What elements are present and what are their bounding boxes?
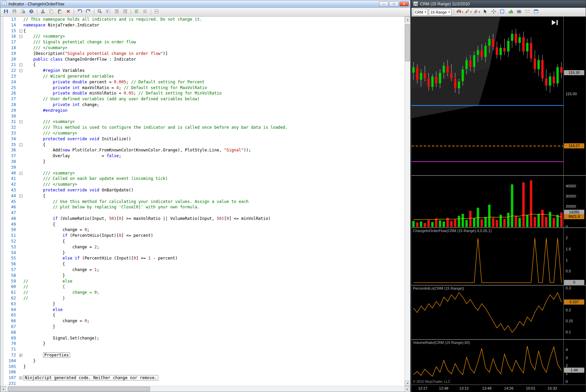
code-text[interactable]: Properties (23, 352, 404, 358)
volume-chart[interactable] (412, 176, 563, 227)
code-text[interactable]: // This namespace holds all indicators a… (23, 17, 404, 22)
code-text[interactable]: /// </summary> (23, 45, 404, 51)
print-preview-button[interactable] (19, 8, 27, 16)
close-button[interactable]: × (399, 1, 409, 6)
scroll-right-icon[interactable]: ► (405, 386, 410, 392)
code-text[interactable]: #region Variables (23, 68, 404, 74)
code-text[interactable]: change = 1; (23, 267, 404, 273)
save-button[interactable] (2, 8, 10, 16)
vr-chart[interactable] (412, 340, 563, 385)
code-text[interactable]: /// <summary> (23, 170, 404, 176)
indent-decrease-button[interactable] (113, 8, 121, 16)
code-text[interactable]: change = 0; (23, 318, 404, 324)
paste-button[interactable] (56, 8, 64, 16)
crosshair-button[interactable] (490, 8, 498, 16)
camera-button[interactable] (515, 8, 523, 16)
price-chart[interactable] (412, 17, 563, 175)
fold-toggle[interactable]: - (19, 29, 22, 33)
code-text[interactable]: // } (23, 295, 404, 301)
phl-chart[interactable] (412, 286, 563, 339)
code-text[interactable]: Add(new Plot(Color.FromKnownColor(KnownC… (23, 147, 404, 153)
code-text[interactable]: /// Called on each bar update event (inc… (23, 176, 404, 182)
vertical-scrollbar-thumb[interactable] (405, 24, 410, 61)
fold-toggle[interactable]: - (19, 194, 22, 198)
code-text[interactable]: } (23, 301, 404, 307)
fold-toggle[interactable]: - (19, 63, 22, 66)
cut-button[interactable] (39, 8, 47, 16)
code-text[interactable]: [Description("Signals potential change i… (23, 51, 404, 57)
code-text[interactable]: } (23, 341, 404, 347)
changeinorderflow-panel[interactable]: ChangeInOrderFlow(CRM (15 Range),4,0.05,… (412, 228, 586, 285)
code-text[interactable]: } (23, 273, 404, 278)
code-text[interactable]: if (PercentHiLo(Input)[0] <= percent) (23, 233, 404, 239)
copy-button[interactable] (47, 8, 55, 16)
code-text[interactable]: protected override void OnBarUpdate() (23, 187, 404, 193)
code-text[interactable]: { (23, 222, 404, 227)
horizontal-scrollbar-thumb[interactable] (8, 387, 150, 391)
chart-titlebar[interactable]: CRM (15 Range) 11/2/2010 (412, 0, 586, 8)
code-text[interactable] (23, 347, 404, 352)
volume-axis[interactable]: 4000030000200000142859921.8 (563, 176, 586, 227)
editor-vertical-scrollbar[interactable]: ▲ ▼ (404, 17, 410, 386)
price-axis[interactable]: 115.00115.30114.27 (563, 17, 586, 175)
ciof-axis[interactable]: 21.510.50 (563, 228, 586, 285)
eraser-button[interactable]: ▾ (473, 8, 481, 16)
vr-axis[interactable]: 432101.44 (563, 340, 586, 385)
price-panel[interactable]: 115.00115.30114.27 (412, 17, 586, 175)
code-text[interactable]: { (23, 193, 404, 199)
code-text[interactable]: Signal.Set(change); (23, 335, 404, 341)
code-text[interactable]: { (23, 28, 404, 34)
code-text[interactable]: /// <summary> (23, 119, 404, 125)
fold-toggle[interactable]: - (19, 172, 22, 175)
comment-button[interactable] (133, 8, 141, 16)
code-text[interactable] (23, 165, 404, 170)
code-text[interactable]: private double minVolRatio = 0.05; // De… (23, 90, 404, 96)
code-text[interactable]: private double percent = 0.005; // Defau… (23, 79, 404, 85)
pointer-button[interactable] (481, 8, 489, 16)
editor-titlebar[interactable]: {} Indicator - ChangeInOrderFlow –□× (0, 0, 410, 8)
code-text[interactable]: public class ChangeInOrderFlow : Indicat… (23, 57, 404, 62)
scroll-up-icon[interactable]: ▲ (405, 17, 410, 22)
code-text[interactable]: } (23, 159, 404, 165)
code-text[interactable]: } (23, 364, 404, 370)
bookmark-button[interactable] (104, 8, 112, 16)
indicator-button[interactable] (507, 8, 515, 16)
minimize-button[interactable]: – (379, 1, 389, 6)
code-text[interactable] (23, 330, 404, 335)
code-text[interactable]: } (23, 250, 404, 256)
code-text[interactable]: { (23, 142, 404, 148)
panel-button[interactable] (532, 8, 540, 16)
ciof-chart[interactable] (412, 228, 563, 285)
code-text[interactable]: change = 0; (23, 227, 404, 233)
delete-button[interactable] (64, 8, 72, 16)
code-text[interactable]: Overlay = false; (23, 153, 404, 159)
code-text[interactable]: if (VolumeRatio(Input, 50)[0] >= maxVolR… (23, 216, 404, 222)
redo-button[interactable] (84, 8, 92, 16)
region-button[interactable] (498, 8, 506, 16)
code-text[interactable]: else if (PercentHiLo (Input)[0] >= 1 - p… (23, 255, 404, 261)
code-text[interactable]: /// <summary> (23, 34, 404, 39)
scroll-down-icon[interactable]: ▼ (405, 380, 410, 386)
code-text[interactable]: private int change; (23, 102, 404, 108)
code-text[interactable]: // { (23, 284, 404, 290)
phl-axis[interactable]: 0.30.20.150.10.237 (563, 286, 586, 339)
code-text[interactable]: // Use this method for calculating your … (23, 199, 404, 205)
time-axis[interactable]: 12:2712:4813:1213:4814:2615:0115:32 (412, 385, 586, 392)
code-text[interactable]: // else (23, 278, 404, 284)
uncomment-button[interactable] (141, 8, 149, 16)
maximize-button[interactable]: □ (389, 1, 399, 6)
code-text[interactable]: namespace NinjaTrader.Indicator (23, 22, 404, 28)
print-button[interactable] (11, 8, 18, 16)
code-text[interactable] (23, 369, 404, 375)
code-text[interactable]: { (23, 312, 404, 318)
help-button[interactable]: ? (27, 8, 35, 16)
fold-toggle[interactable]: - (19, 143, 22, 146)
code-text[interactable]: // change = 0; (23, 290, 404, 295)
code-text[interactable]: else (23, 307, 404, 313)
code-text[interactable]: // Wizard generated variables (23, 74, 404, 79)
email-button[interactable] (524, 8, 531, 16)
editor-horizontal-scrollbar[interactable]: ◄ ► (0, 386, 410, 392)
fold-toggle[interactable]: + (19, 376, 22, 379)
code-text[interactable]: } (23, 358, 404, 364)
code-text[interactable]: /// This method is used to configure the… (23, 125, 404, 130)
